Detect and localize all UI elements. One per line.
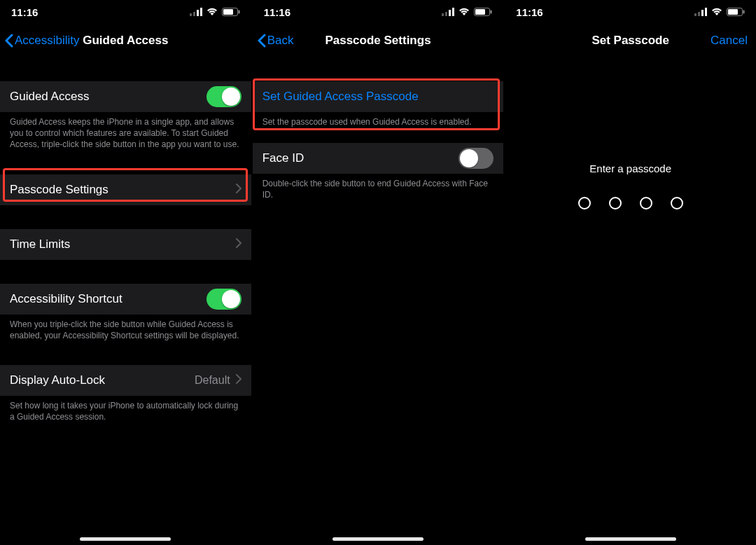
- row-label: Display Auto-Lock: [10, 373, 195, 387]
- svg-rect-14: [694, 13, 696, 16]
- back-button[interactable]: Back: [257, 24, 294, 57]
- svg-rect-12: [475, 9, 485, 15]
- row-time-limits[interactable]: Time Limits: [0, 229, 251, 260]
- svg-rect-3: [200, 8, 202, 16]
- passcode-dot: [671, 197, 683, 209]
- status-indicators: [694, 8, 745, 16]
- chevron-right-icon: [236, 237, 241, 251]
- status-time: 11:16: [11, 6, 38, 18]
- cancel-button[interactable]: Cancel: [710, 24, 748, 57]
- svg-rect-6: [238, 11, 239, 14]
- page-title: Set Passcode: [592, 34, 669, 48]
- cellular-icon: [442, 8, 454, 16]
- svg-rect-8: [445, 12, 447, 16]
- svg-rect-2: [197, 10, 199, 16]
- footer-text: Double-click the side button to end Guid…: [253, 174, 504, 200]
- chevron-left-icon: [257, 34, 266, 48]
- svg-rect-13: [491, 11, 492, 14]
- wifi-icon: [206, 8, 218, 16]
- status-indicators: [190, 8, 240, 16]
- battery-icon: [727, 8, 745, 16]
- row-face-id[interactable]: Face ID: [253, 143, 504, 174]
- svg-rect-19: [728, 9, 738, 15]
- navbar: Accessibility Guided Access: [0, 24, 251, 57]
- navbar: Back Passcode Settings: [253, 24, 504, 57]
- toggle-accessibility-shortcut[interactable]: [206, 289, 241, 310]
- row-display-auto-lock[interactable]: Display Auto-Lock Default: [0, 365, 251, 396]
- cellular-icon: [190, 8, 202, 16]
- chevron-right-icon: [236, 183, 241, 197]
- cancel-label: Cancel: [710, 34, 748, 48]
- status-bar: 11:16: [505, 0, 756, 24]
- row-label: Accessibility Shortcut: [10, 292, 206, 306]
- row-set-guided-access-passcode[interactable]: Set Guided Access Passcode: [253, 81, 504, 112]
- row-label: Passcode Settings: [10, 183, 236, 197]
- passcode-dot: [640, 197, 652, 209]
- row-guided-access-toggle[interactable]: Guided Access: [0, 81, 251, 112]
- svg-rect-20: [743, 11, 745, 14]
- svg-rect-0: [190, 13, 192, 16]
- screen-passcode-settings: 11:16 Back Passcode Settings Set Guided …: [251, 0, 504, 545]
- row-label: Guided Access: [10, 90, 206, 104]
- footer-text: Set how long it takes your iPhone to aut…: [0, 396, 251, 422]
- wifi-icon: [711, 8, 722, 16]
- row-label: Time Limits: [10, 237, 236, 251]
- row-label: Set Guided Access Passcode: [262, 90, 494, 104]
- home-indicator[interactable]: [80, 537, 171, 541]
- page-title: Guided Access: [83, 34, 168, 48]
- status-bar: 11:16: [253, 0, 504, 24]
- status-time: 11:16: [264, 6, 290, 18]
- home-indicator[interactable]: [332, 537, 424, 541]
- svg-rect-1: [193, 12, 195, 16]
- back-label: Back: [267, 34, 294, 48]
- navbar: Set Passcode Cancel: [505, 24, 756, 57]
- back-label: Accessibility: [15, 34, 80, 48]
- battery-icon: [222, 8, 240, 16]
- svg-rect-16: [701, 10, 704, 16]
- row-value: Default: [195, 374, 230, 387]
- status-time: 11:16: [516, 6, 542, 18]
- footer-text: Set the passcode used when Guided Access…: [253, 112, 504, 127]
- home-indicator[interactable]: [585, 537, 676, 541]
- screen-guided-access: 11:16 Accessibility Guided Access Guided…: [0, 0, 251, 545]
- toggle-face-id[interactable]: [458, 148, 493, 169]
- chevron-left-icon: [4, 34, 13, 48]
- row-label: Face ID: [262, 151, 459, 165]
- row-passcode-settings[interactable]: Passcode Settings: [0, 174, 251, 205]
- svg-rect-17: [705, 8, 707, 16]
- passcode-dots: [505, 197, 756, 209]
- passcode-prompt: Enter a passcode: [505, 163, 756, 174]
- status-indicators: [442, 8, 492, 16]
- chevron-right-icon: [236, 373, 241, 387]
- svg-rect-15: [698, 12, 700, 16]
- passcode-dot: [578, 197, 591, 209]
- cellular-icon: [694, 8, 707, 16]
- svg-rect-10: [452, 8, 454, 16]
- svg-rect-7: [442, 13, 444, 16]
- status-bar: 11:16: [0, 0, 251, 24]
- row-accessibility-shortcut[interactable]: Accessibility Shortcut: [0, 284, 251, 315]
- footer-text: When you triple-click the side button wh…: [0, 315, 251, 341]
- svg-rect-9: [449, 10, 451, 16]
- page-title: Passcode Settings: [325, 34, 430, 48]
- footer-text: Guided Access keeps the iPhone in a sing…: [0, 112, 251, 151]
- back-button[interactable]: Accessibility: [4, 24, 80, 57]
- toggle-guided-access[interactable]: [206, 86, 241, 107]
- passcode-dot: [609, 197, 622, 209]
- wifi-icon: [458, 8, 470, 16]
- svg-rect-5: [223, 9, 233, 15]
- screen-set-passcode: 11:16 Set Passcode Cancel Enter a passco…: [503, 0, 756, 545]
- battery-icon: [474, 8, 492, 16]
